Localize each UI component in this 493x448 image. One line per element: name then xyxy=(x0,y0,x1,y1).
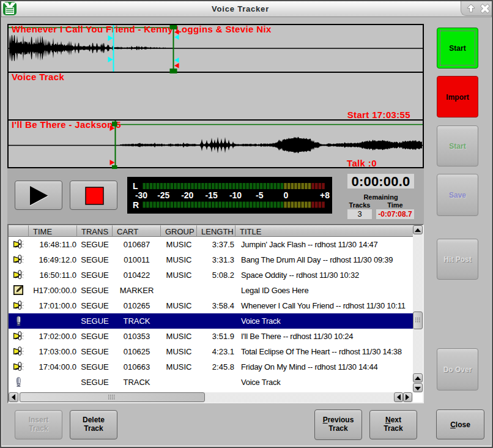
svg-text:-30: -30 xyxy=(135,190,147,200)
svg-text:R: R xyxy=(133,200,139,210)
svg-text:0: 0 xyxy=(284,190,289,200)
svg-text:-25: -25 xyxy=(157,190,169,200)
svg-text:-20: -20 xyxy=(181,190,193,200)
svg-text:-5: -5 xyxy=(256,190,264,200)
svg-text:-15: -15 xyxy=(206,190,218,200)
svg-text:+8: +8 xyxy=(320,190,330,200)
svg-text:-10: -10 xyxy=(229,190,242,200)
svg-text:L: L xyxy=(133,181,138,191)
